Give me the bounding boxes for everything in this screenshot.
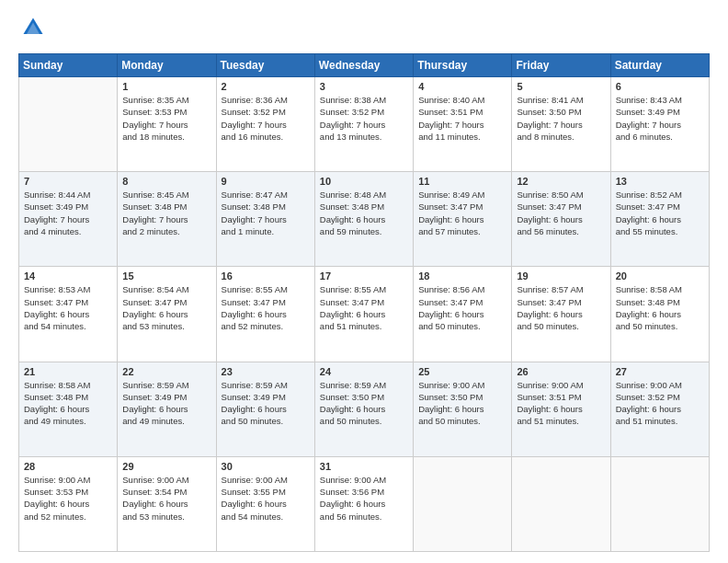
day-info: Sunrise: 8:36 AM Sunset: 3:52 PM Dayligh…: [222, 94, 310, 143]
day-number: 7: [24, 176, 112, 187]
page: SundayMondayTuesdayWednesdayThursdayFrid…: [0, 0, 728, 563]
day-number: 30: [222, 461, 310, 472]
day-number: 18: [418, 270, 506, 282]
day-number: 13: [616, 176, 704, 187]
day-info: Sunrise: 8:49 AM Sunset: 3:47 PM Dayligh…: [418, 189, 506, 237]
day-number: 6: [616, 81, 704, 92]
day-number: 29: [122, 461, 210, 472]
day-info: Sunrise: 8:45 AM Sunset: 3:48 PM Dayligh…: [122, 189, 210, 237]
day-number: 8: [122, 176, 210, 187]
day-info: Sunrise: 8:40 AM Sunset: 3:51 PM Dayligh…: [418, 94, 506, 143]
day-info: Sunrise: 8:35 AM Sunset: 3:53 PM Dayligh…: [122, 94, 210, 143]
day-number: 2: [222, 81, 310, 92]
day-info: Sunrise: 8:52 AM Sunset: 3:47 PM Dayligh…: [616, 189, 704, 237]
day-number: 20: [616, 270, 704, 282]
weekday-header-friday: Friday: [512, 54, 610, 77]
day-info: Sunrise: 8:44 AM Sunset: 3:49 PM Dayligh…: [24, 189, 112, 237]
calendar-table: SundayMondayTuesdayWednesdayThursdayFrid…: [18, 53, 710, 552]
calendar-cell: 15Sunrise: 8:54 AM Sunset: 3:47 PM Dayli…: [118, 267, 216, 362]
calendar-cell: 3Sunrise: 8:38 AM Sunset: 3:52 PM Daylig…: [314, 77, 413, 172]
day-info: Sunrise: 8:48 AM Sunset: 3:48 PM Dayligh…: [320, 189, 408, 237]
day-number: 10: [320, 176, 408, 187]
calendar-cell: 13Sunrise: 8:52 AM Sunset: 3:47 PM Dayli…: [610, 172, 709, 267]
day-number: 25: [418, 366, 506, 377]
calendar-week-row: 21Sunrise: 8:58 AM Sunset: 3:48 PM Dayli…: [19, 362, 710, 456]
day-info: Sunrise: 9:00 AM Sunset: 3:52 PM Dayligh…: [616, 379, 704, 428]
calendar-cell: 21Sunrise: 8:58 AM Sunset: 3:48 PM Dayli…: [19, 362, 118, 456]
calendar-cell: 2Sunrise: 8:36 AM Sunset: 3:52 PM Daylig…: [216, 77, 314, 172]
weekday-header-sunday: Sunday: [19, 54, 118, 77]
calendar-cell: 10Sunrise: 8:48 AM Sunset: 3:48 PM Dayli…: [314, 172, 413, 267]
day-number: 14: [24, 270, 112, 282]
day-info: Sunrise: 8:55 AM Sunset: 3:47 PM Dayligh…: [320, 283, 408, 332]
day-number: 21: [24, 366, 112, 377]
day-info: Sunrise: 8:59 AM Sunset: 3:50 PM Dayligh…: [320, 379, 408, 428]
day-number: 11: [418, 176, 506, 187]
day-info: Sunrise: 8:58 AM Sunset: 3:48 PM Dayligh…: [616, 283, 704, 332]
day-info: Sunrise: 8:59 AM Sunset: 3:49 PM Dayligh…: [122, 379, 210, 428]
weekday-header-thursday: Thursday: [414, 54, 512, 77]
calendar-cell: 18Sunrise: 8:56 AM Sunset: 3:47 PM Dayli…: [414, 267, 512, 362]
day-info: Sunrise: 8:58 AM Sunset: 3:48 PM Dayligh…: [24, 379, 112, 428]
weekday-header-wednesday: Wednesday: [314, 54, 413, 77]
day-info: Sunrise: 8:41 AM Sunset: 3:50 PM Dayligh…: [517, 94, 605, 143]
calendar-cell: 1Sunrise: 8:35 AM Sunset: 3:53 PM Daylig…: [118, 77, 216, 172]
day-info: Sunrise: 9:00 AM Sunset: 3:55 PM Dayligh…: [222, 474, 310, 523]
calendar-cell: 22Sunrise: 8:59 AM Sunset: 3:49 PM Dayli…: [118, 362, 216, 456]
calendar-cell: 5Sunrise: 8:41 AM Sunset: 3:50 PM Daylig…: [512, 77, 610, 172]
calendar-cell: 27Sunrise: 9:00 AM Sunset: 3:52 PM Dayli…: [610, 362, 709, 456]
day-number: 31: [320, 461, 408, 472]
calendar-cell: 6Sunrise: 8:43 AM Sunset: 3:49 PM Daylig…: [610, 77, 709, 172]
calendar-cell: 31Sunrise: 9:00 AM Sunset: 3:56 PM Dayli…: [314, 456, 413, 551]
weekday-header-monday: Monday: [118, 54, 216, 77]
day-info: Sunrise: 8:53 AM Sunset: 3:47 PM Dayligh…: [24, 283, 112, 332]
calendar-cell: [512, 456, 610, 551]
calendar-cell: 16Sunrise: 8:55 AM Sunset: 3:47 PM Dayli…: [216, 267, 314, 362]
calendar-cell: 28Sunrise: 9:00 AM Sunset: 3:53 PM Dayli…: [19, 456, 118, 551]
day-number: 17: [320, 270, 408, 282]
day-info: Sunrise: 8:50 AM Sunset: 3:47 PM Dayligh…: [517, 189, 605, 237]
calendar-week-row: 28Sunrise: 9:00 AM Sunset: 3:53 PM Dayli…: [19, 456, 710, 551]
day-number: 3: [320, 81, 408, 92]
logo: [18, 15, 50, 44]
day-info: Sunrise: 8:59 AM Sunset: 3:49 PM Dayligh…: [222, 379, 310, 428]
day-number: 1: [122, 81, 210, 92]
day-number: 26: [517, 366, 605, 377]
calendar-cell: 11Sunrise: 8:49 AM Sunset: 3:47 PM Dayli…: [414, 172, 512, 267]
calendar-week-row: 14Sunrise: 8:53 AM Sunset: 3:47 PM Dayli…: [19, 267, 710, 362]
day-number: 27: [616, 366, 704, 377]
day-info: Sunrise: 9:00 AM Sunset: 3:51 PM Dayligh…: [517, 379, 605, 428]
day-number: 23: [222, 366, 310, 377]
day-number: 5: [517, 81, 605, 92]
day-info: Sunrise: 8:55 AM Sunset: 3:47 PM Dayligh…: [222, 283, 310, 332]
calendar-week-row: 7Sunrise: 8:44 AM Sunset: 3:49 PM Daylig…: [19, 172, 710, 267]
day-number: 12: [517, 176, 605, 187]
calendar-cell: [610, 456, 709, 551]
calendar-cell: 9Sunrise: 8:47 AM Sunset: 3:48 PM Daylig…: [216, 172, 314, 267]
calendar-cell: 8Sunrise: 8:45 AM Sunset: 3:48 PM Daylig…: [118, 172, 216, 267]
day-info: Sunrise: 8:54 AM Sunset: 3:47 PM Dayligh…: [122, 283, 210, 332]
day-info: Sunrise: 8:57 AM Sunset: 3:47 PM Dayligh…: [517, 283, 605, 332]
calendar-week-row: 1Sunrise: 8:35 AM Sunset: 3:53 PM Daylig…: [19, 77, 710, 172]
weekday-header-saturday: Saturday: [610, 54, 709, 77]
calendar-header-row: SundayMondayTuesdayWednesdayThursdayFrid…: [19, 54, 710, 77]
day-info: Sunrise: 9:00 AM Sunset: 3:54 PM Dayligh…: [122, 474, 210, 523]
calendar-cell: 17Sunrise: 8:55 AM Sunset: 3:47 PM Dayli…: [314, 267, 413, 362]
day-number: 4: [418, 81, 506, 92]
day-number: 19: [517, 270, 605, 282]
calendar-cell: 14Sunrise: 8:53 AM Sunset: 3:47 PM Dayli…: [19, 267, 118, 362]
day-info: Sunrise: 8:38 AM Sunset: 3:52 PM Dayligh…: [320, 94, 408, 143]
day-number: 28: [24, 461, 112, 472]
calendar-cell: 26Sunrise: 9:00 AM Sunset: 3:51 PM Dayli…: [512, 362, 610, 456]
calendar-cell: 25Sunrise: 9:00 AM Sunset: 3:50 PM Dayli…: [414, 362, 512, 456]
day-info: Sunrise: 8:43 AM Sunset: 3:49 PM Dayligh…: [616, 94, 704, 143]
calendar-cell: 30Sunrise: 9:00 AM Sunset: 3:55 PM Dayli…: [216, 456, 314, 551]
day-number: 24: [320, 366, 408, 377]
day-number: 9: [222, 176, 310, 187]
logo-icon: [20, 15, 46, 40]
calendar-cell: 20Sunrise: 8:58 AM Sunset: 3:48 PM Dayli…: [610, 267, 709, 362]
day-number: 15: [122, 270, 210, 282]
day-number: 16: [222, 270, 310, 282]
calendar-cell: 23Sunrise: 8:59 AM Sunset: 3:49 PM Dayli…: [216, 362, 314, 456]
calendar-cell: [414, 456, 512, 551]
